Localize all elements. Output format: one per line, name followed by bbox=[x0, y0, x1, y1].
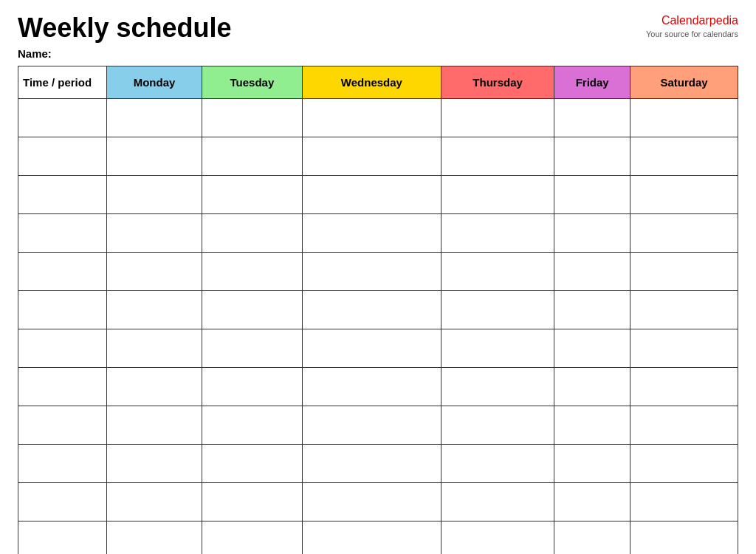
table-cell[interactable] bbox=[554, 213, 630, 252]
table-cell[interactable] bbox=[202, 329, 302, 367]
table-cell[interactable] bbox=[202, 98, 302, 137]
table-cell[interactable] bbox=[202, 175, 302, 213]
table-cell[interactable] bbox=[630, 98, 738, 137]
table-cell[interactable] bbox=[630, 252, 738, 290]
table-cell[interactable] bbox=[107, 213, 202, 252]
table-cell[interactable] bbox=[202, 252, 302, 290]
table-cell[interactable] bbox=[441, 444, 554, 482]
table-row bbox=[18, 213, 738, 252]
table-cell[interactable] bbox=[302, 175, 441, 213]
header: Weekly schedule Calendarpedia Your sourc… bbox=[18, 13, 738, 43]
table-cell[interactable] bbox=[441, 252, 554, 290]
table-cell[interactable] bbox=[18, 137, 107, 175]
table-cell[interactable] bbox=[554, 175, 630, 213]
table-row bbox=[18, 329, 738, 367]
table-cell[interactable] bbox=[107, 98, 202, 137]
table-row bbox=[18, 290, 738, 329]
table-cell[interactable] bbox=[202, 367, 302, 406]
table-cell[interactable] bbox=[554, 521, 630, 554]
table-cell[interactable] bbox=[107, 252, 202, 290]
table-cell[interactable] bbox=[630, 175, 738, 213]
table-cell[interactable] bbox=[302, 329, 441, 367]
table-cell[interactable] bbox=[302, 290, 441, 329]
table-cell[interactable] bbox=[302, 252, 441, 290]
table-cell[interactable] bbox=[302, 137, 441, 175]
table-cell[interactable] bbox=[554, 98, 630, 137]
table-cell[interactable] bbox=[441, 367, 554, 406]
table-cell[interactable] bbox=[107, 406, 202, 444]
table-cell[interactable] bbox=[107, 137, 202, 175]
table-cell[interactable] bbox=[441, 482, 554, 521]
col-header-time: Time / period bbox=[18, 66, 107, 98]
table-cell[interactable] bbox=[18, 213, 107, 252]
table-cell[interactable] bbox=[202, 444, 302, 482]
table-cell[interactable] bbox=[202, 137, 302, 175]
table-cell[interactable] bbox=[107, 290, 202, 329]
table-cell[interactable] bbox=[18, 444, 107, 482]
table-cell[interactable] bbox=[107, 367, 202, 406]
table-cell[interactable] bbox=[202, 521, 302, 554]
table-cell[interactable] bbox=[630, 482, 738, 521]
table-cell[interactable] bbox=[554, 482, 630, 521]
table-cell[interactable] bbox=[18, 175, 107, 213]
table-cell[interactable] bbox=[554, 290, 630, 329]
table-row bbox=[18, 482, 738, 521]
table-cell[interactable] bbox=[630, 367, 738, 406]
table-cell[interactable] bbox=[202, 213, 302, 252]
table-cell[interactable] bbox=[441, 213, 554, 252]
table-cell[interactable] bbox=[441, 290, 554, 329]
table-cell[interactable] bbox=[18, 482, 107, 521]
table-row bbox=[18, 175, 738, 213]
table-cell[interactable] bbox=[302, 406, 441, 444]
table-cell[interactable] bbox=[554, 329, 630, 367]
table-cell[interactable] bbox=[107, 482, 202, 521]
table-cell[interactable] bbox=[18, 290, 107, 329]
table-cell[interactable] bbox=[630, 213, 738, 252]
table-cell[interactable] bbox=[630, 406, 738, 444]
table-cell[interactable] bbox=[302, 521, 441, 554]
table-cell[interactable] bbox=[441, 406, 554, 444]
table-cell[interactable] bbox=[441, 175, 554, 213]
table-cell[interactable] bbox=[630, 521, 738, 554]
table-cell[interactable] bbox=[302, 213, 441, 252]
table-cell[interactable] bbox=[630, 137, 738, 175]
table-cell[interactable] bbox=[554, 444, 630, 482]
table-cell[interactable] bbox=[107, 175, 202, 213]
table-cell[interactable] bbox=[554, 137, 630, 175]
table-cell[interactable] bbox=[202, 482, 302, 521]
table-cell[interactable] bbox=[107, 444, 202, 482]
table-cell[interactable] bbox=[18, 367, 107, 406]
table-cell[interactable] bbox=[18, 252, 107, 290]
table-cell[interactable] bbox=[554, 367, 630, 406]
table-cell[interactable] bbox=[441, 521, 554, 554]
table-cell[interactable] bbox=[202, 290, 302, 329]
table-cell[interactable] bbox=[441, 98, 554, 137]
table-cell[interactable] bbox=[18, 521, 107, 554]
brand-name-part1: Calendar bbox=[662, 14, 709, 27]
table-row bbox=[18, 367, 738, 406]
name-label: Name: bbox=[18, 47, 738, 60]
table-cell[interactable] bbox=[18, 329, 107, 367]
table-row bbox=[18, 521, 738, 554]
table-cell[interactable] bbox=[441, 329, 554, 367]
table-cell[interactable] bbox=[18, 406, 107, 444]
table-cell[interactable] bbox=[302, 482, 441, 521]
brand-logo: Calendarpedia Your source for calendars bbox=[646, 13, 738, 39]
table-cell[interactable] bbox=[302, 367, 441, 406]
col-header-wednesday: Wednesday bbox=[302, 66, 441, 98]
table-cell[interactable] bbox=[302, 444, 441, 482]
table-cell[interactable] bbox=[441, 137, 554, 175]
col-header-thursday: Thursday bbox=[441, 66, 554, 98]
table-cell[interactable] bbox=[107, 329, 202, 367]
table-cell[interactable] bbox=[630, 290, 738, 329]
table-cell[interactable] bbox=[630, 444, 738, 482]
table-cell[interactable] bbox=[630, 329, 738, 367]
table-row bbox=[18, 98, 738, 137]
table-cell[interactable] bbox=[554, 252, 630, 290]
table-cell[interactable] bbox=[107, 521, 202, 554]
table-cell[interactable] bbox=[554, 406, 630, 444]
table-cell[interactable] bbox=[302, 98, 441, 137]
brand-name-part2: pedia bbox=[709, 14, 738, 27]
table-cell[interactable] bbox=[18, 98, 107, 137]
table-cell[interactable] bbox=[202, 406, 302, 444]
